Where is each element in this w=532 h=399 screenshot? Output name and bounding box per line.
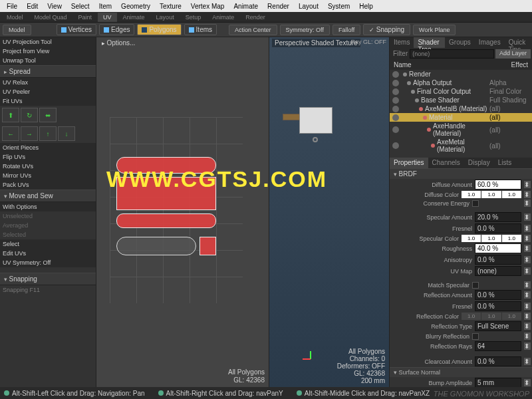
model-dropdown[interactable]: Model	[3, 25, 31, 35]
value-input[interactable]: 0.0 %	[475, 255, 521, 265]
menu-file[interactable]: File	[3, 1, 21, 11]
arrow-right-icon[interactable]: →	[21, 126, 38, 141]
tab-paint[interactable]: Paint	[73, 13, 98, 22]
slider-icon[interactable]: ⬍	[524, 225, 531, 232]
visibility-icon[interactable]	[392, 97, 399, 104]
menu-system[interactable]: System	[324, 1, 354, 11]
menu-geometry[interactable]: Geometry	[117, 1, 154, 11]
perspective-viewport[interactable]: Perspective Shaded Texture Ray GL: OFF A…	[269, 37, 389, 387]
slider-icon[interactable]: ⬍	[524, 256, 531, 263]
visibility-icon[interactable]	[392, 71, 399, 78]
uv-island[interactable]	[200, 237, 216, 255]
visibility-icon[interactable]	[392, 142, 399, 149]
ptab-display[interactable]: Display	[464, 158, 494, 168]
rtab-shader-tree[interactable]: Shader Tree	[414, 37, 445, 48]
visibility-icon[interactable]	[392, 114, 399, 121]
viewport-options[interactable]: ▸ Options...	[99, 39, 138, 47]
menu-help[interactable]: Help	[355, 1, 377, 11]
slider-icon[interactable]: ⬍	[524, 213, 531, 221]
fit-uvs[interactable]: Fit UVs	[0, 96, 96, 106]
tab-model[interactable]: Model	[1, 13, 29, 22]
orient-pieces[interactable]: Orient Pieces	[0, 143, 96, 152]
edges-mode[interactable]: Edges	[99, 24, 134, 35]
ptab-channels[interactable]: Channels	[428, 158, 464, 168]
symmetry[interactable]: Symmetry: Off	[280, 25, 330, 35]
slider-icon[interactable]: ⬍	[524, 358, 531, 365]
slider-icon[interactable]: ⬍	[524, 267, 531, 275]
color-input[interactable]: 1.01.01.0	[462, 235, 521, 242]
uv-projection-tool[interactable]: UV Projection Tool	[0, 37, 96, 47]
action-center[interactable]: Action Center	[229, 25, 277, 35]
select-menu[interactable]: Select	[0, 239, 96, 249]
menu-layout[interactable]: Layout	[295, 1, 323, 11]
menu-edit[interactable]: Edit	[23, 1, 42, 11]
value-input[interactable]: 20.0 %	[475, 212, 521, 222]
menu-animate[interactable]: Animate	[229, 1, 262, 11]
checkbox[interactable]	[472, 200, 479, 207]
tab-setup[interactable]: Setup	[180, 13, 207, 22]
color-input[interactable]: 1.01.01.0	[462, 313, 521, 320]
tab-model-quad[interactable]: Model Quad	[29, 13, 72, 22]
slider-icon[interactable]: ⬍	[524, 303, 531, 310]
unwrap-tool[interactable]: Unwrap Tool	[0, 56, 96, 65]
value-input[interactable]: 0.0 %	[475, 290, 521, 300]
value-input[interactable]: 0.0 %	[475, 356, 521, 366]
project-from-view[interactable]: Project from View	[0, 47, 96, 56]
rtab-quick-tips[interactable]: Quick Tips	[505, 37, 532, 48]
slider-icon[interactable]: ⬍	[524, 181, 531, 188]
polygons-mode[interactable]: Polygons	[137, 24, 181, 35]
layer-row[interactable]: Render	[390, 70, 532, 78]
layer-row[interactable]: Final Color OutputFinal Color	[390, 87, 532, 96]
rotate-uvs[interactable]: Rotate UVs	[0, 162, 96, 171]
ptab-lists[interactable]: Lists	[494, 158, 516, 168]
tab-render[interactable]: Render	[240, 13, 271, 22]
with-options[interactable]: With Options	[0, 202, 96, 211]
move-sew-header[interactable]: ▾ Move and Sew	[0, 190, 96, 202]
tab-uv[interactable]: UV	[98, 13, 117, 22]
snapping-header[interactable]: ▾ Snapping	[0, 273, 96, 285]
uv-viewport[interactable]: ▸ Options... All Polygons GL: 42368	[96, 37, 269, 387]
tab-animate[interactable]: Animate	[118, 13, 150, 22]
tab-layout[interactable]: Layout	[151, 13, 180, 22]
uv-island[interactable]	[116, 157, 216, 174]
pack-uvs[interactable]: Pack UVs	[0, 180, 96, 190]
layer-row[interactable]: Material(all)	[390, 113, 532, 122]
layer-row[interactable]: Alpha OutputAlpha	[390, 78, 532, 87]
uv-island[interactable]	[116, 213, 216, 228]
menu-vertex-map[interactable]: Vertex Map	[187, 1, 229, 11]
falloff[interactable]: Falloff	[332, 25, 360, 35]
slider-icon[interactable]: ⬍	[524, 281, 531, 289]
filter-input[interactable]	[410, 49, 494, 59]
uv-peeler[interactable]: UV Peeler	[0, 87, 96, 96]
checkbox[interactable]	[472, 333, 479, 340]
edit-uvs-menu[interactable]: Edit UVs	[0, 249, 96, 258]
items-mode[interactable]: Items	[184, 24, 217, 35]
menu-texture[interactable]: Texture	[156, 1, 186, 11]
snapping-btn[interactable]: ✓ Snapping	[363, 24, 410, 35]
move-icon[interactable]: ⬆	[2, 108, 19, 122]
flip-uvs[interactable]: Flip UVs	[0, 152, 96, 162]
uv-symmetry[interactable]: UV Symmetry: Off	[0, 258, 96, 267]
value-input[interactable]: 5 mm	[475, 378, 521, 387]
arrow-down-icon[interactable]: ↓	[58, 126, 75, 141]
slider-icon[interactable]: ⬍	[524, 323, 531, 330]
vertices-mode[interactable]: Vertices	[57, 24, 97, 35]
value-input[interactable]: (none)	[475, 266, 521, 276]
visibility-icon[interactable]	[392, 80, 399, 86]
rtab-groups[interactable]: Groups	[445, 37, 475, 48]
slider-icon[interactable]: ⬍	[524, 379, 531, 386]
spread-header[interactable]: ▸ Spread	[0, 65, 96, 78]
viewport-label[interactable]: Perspective Shaded Texture	[272, 39, 360, 47]
menu-render[interactable]: Render	[263, 1, 293, 11]
value-input[interactable]: 64	[475, 341, 521, 351]
uv-island[interactable]	[116, 177, 216, 210]
visibility-icon[interactable]	[392, 88, 399, 95]
axe-blade-mesh[interactable]	[299, 107, 332, 134]
slider-icon[interactable]: ⬍	[524, 313, 531, 320]
uv-relax[interactable]: UV Relax	[0, 78, 96, 87]
ptab-properties[interactable]: Properties	[390, 158, 428, 168]
raygl-toggle[interactable]: Ray GL: OFF	[350, 39, 386, 45]
mirror-uvs[interactable]: Mirror UVs	[0, 171, 96, 180]
slider-icon[interactable]: ⬍	[524, 200, 531, 207]
menu-view[interactable]: View	[43, 1, 66, 11]
